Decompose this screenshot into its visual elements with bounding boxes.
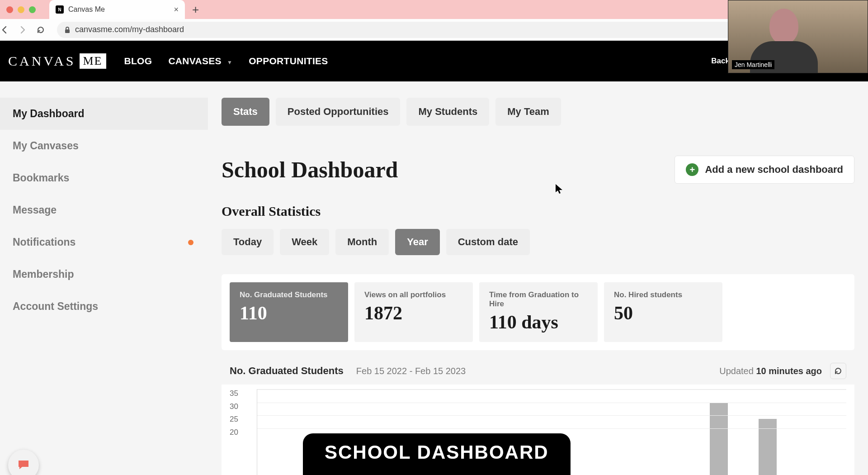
video-caption: SCHOOL DASHBOARD (303, 433, 571, 475)
stat-value: 50 (614, 302, 712, 324)
stat-card-time-to-hire[interactable]: Time from Graduation to Hire 110 days (479, 282, 598, 342)
stat-value: 1872 (364, 302, 463, 324)
add-dashboard-label: Add a new school dashboard (705, 164, 843, 176)
period-month[interactable]: Month (335, 229, 389, 255)
stat-value: 110 (240, 302, 338, 324)
tab-stats[interactable]: Stats (222, 98, 269, 126)
minimize-window-button[interactable] (18, 6, 24, 13)
favicon-icon: N (56, 5, 64, 14)
nav-canvases-label: CANVASES (168, 56, 222, 66)
sidebar-item-label: Account Settings (13, 300, 98, 312)
sidebar-item-membership[interactable]: Membership (0, 258, 208, 290)
chart-updated-prefix: Updated (719, 366, 756, 376)
nav-canvases[interactable]: CANVASES ▼ (168, 56, 232, 66)
url-text: canvasme.com/my-dashboard (75, 25, 840, 34)
reload-button[interactable] (36, 25, 54, 34)
section-title: Overall Statistics (222, 204, 854, 219)
y-tick: 35 (230, 389, 238, 398)
logo[interactable]: CANVAS ME (8, 53, 106, 69)
tab-my-students[interactable]: My Students (406, 98, 489, 126)
chart-y-axis: 35302520 (230, 389, 252, 475)
nav-blog[interactable]: BLOG (124, 56, 152, 66)
sidebar-item-label: Bookmarks (13, 172, 69, 184)
refresh-icon (834, 366, 843, 375)
sidebar-item-account-settings[interactable]: Account Settings (0, 290, 208, 323)
chart-updated: Updated 10 minutes ago (719, 366, 822, 376)
chart-bar (710, 403, 728, 475)
video-overlay: Jen Martinelli (728, 0, 868, 73)
top-nav: BLOG CANVASES ▼ OPPORTUNITIES (124, 56, 328, 66)
stat-card-hired[interactable]: No. Hired students 50 (604, 282, 722, 342)
refresh-button[interactable] (830, 363, 846, 379)
stat-card-views[interactable]: Views on all portfolios 1872 (354, 282, 473, 342)
stat-label: Time from Graduation to Hire (489, 290, 588, 309)
plus-circle-icon: + (686, 163, 698, 176)
sidebar: My Dashboard My Canvases Bookmarks Messa… (0, 81, 208, 475)
dashboard-tabs: Stats Posted Opportunities My Students M… (222, 98, 854, 126)
chart-updated-value: 10 minutes ago (756, 366, 822, 376)
stat-cards: No. Graduated Students 110 Views on all … (222, 274, 854, 350)
period-today[interactable]: Today (222, 229, 274, 255)
logo-box: ME (80, 53, 106, 69)
page-title: School Dashboard (222, 157, 398, 183)
logo-word: CANVAS (8, 53, 76, 69)
sidebar-item-message[interactable]: Message (0, 194, 208, 226)
browser-tab[interactable]: N Canvas Me × (49, 0, 185, 19)
chart-header: No. Graduated Students Feb 15 2022 - Feb… (222, 363, 854, 379)
maximize-window-button[interactable] (29, 6, 36, 13)
lock-icon (64, 26, 71, 33)
add-dashboard-button[interactable]: + Add a new school dashboard (675, 156, 854, 184)
sidebar-item-label: Message (13, 204, 57, 216)
nav-opportunities[interactable]: OPPORTUNITIES (249, 56, 328, 66)
period-custom[interactable]: Custom date (446, 229, 530, 255)
chat-icon (16, 458, 31, 472)
chevron-down-icon: ▼ (227, 59, 232, 66)
sidebar-item-label: My Canvases (13, 140, 79, 152)
stat-value: 110 days (489, 311, 588, 333)
presenter-name: Jen Martinelli (732, 60, 774, 69)
stat-label: Views on all portfolios (364, 290, 463, 299)
stat-label: No. Graduated Students (240, 290, 338, 299)
chart-title: No. Graduated Students (230, 365, 344, 377)
chart-date-range: Feb 15 2022 - Feb 15 2023 (356, 366, 466, 376)
main-content: Stats Posted Opportunities My Students M… (208, 81, 868, 475)
y-tick: 25 (230, 415, 238, 424)
sidebar-item-label: Membership (13, 268, 74, 280)
y-tick: 30 (230, 402, 238, 411)
back-button[interactable] (0, 25, 18, 34)
stat-label: No. Hired students (614, 290, 712, 299)
tab-my-team[interactable]: My Team (495, 98, 561, 126)
browser-tab-title: Canvas Me (68, 5, 169, 14)
sidebar-item-bookmarks[interactable]: Bookmarks (0, 162, 208, 194)
sidebar-item-notifications[interactable]: Notifications (0, 226, 208, 258)
title-row: School Dashboard + Add a new school dash… (222, 156, 854, 184)
period-year[interactable]: Year (395, 229, 440, 255)
tab-posted-opportunities[interactable]: Posted Opportunities (276, 98, 401, 126)
notification-badge-icon (188, 240, 193, 245)
sidebar-item-label: Notifications (13, 236, 75, 248)
forward-button[interactable] (18, 25, 36, 34)
y-tick: 20 (230, 428, 238, 437)
close-window-button[interactable] (6, 6, 13, 13)
sidebar-item-my-dashboard[interactable]: My Dashboard (0, 98, 208, 130)
chart-bar (759, 419, 777, 475)
period-week[interactable]: Week (280, 229, 329, 255)
window-controls (6, 6, 36, 13)
svg-rect-0 (65, 29, 70, 33)
close-tab-icon[interactable]: × (174, 5, 179, 14)
new-tab-button[interactable]: + (192, 3, 199, 17)
period-selector: Today Week Month Year Custom date (222, 229, 854, 255)
body: My Dashboard My Canvases Bookmarks Messa… (0, 81, 868, 475)
stat-card-graduated[interactable]: No. Graduated Students 110 (230, 282, 348, 342)
sidebar-item-label: My Dashboard (13, 108, 84, 119)
sidebar-item-my-canvases[interactable]: My Canvases (0, 130, 208, 162)
cursor-icon (555, 184, 563, 195)
